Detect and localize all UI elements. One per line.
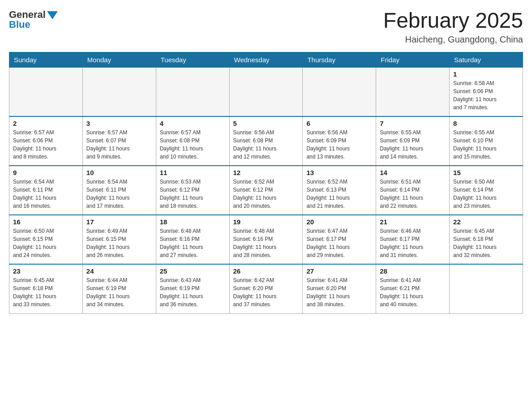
day-info: Sunrise: 6:48 AMSunset: 6:16 PMDaylight:… (160, 227, 226, 259)
table-row: 24Sunrise: 6:44 AMSunset: 6:19 PMDayligh… (82, 264, 156, 313)
calendar-week-row: 1Sunrise: 6:58 AMSunset: 6:06 PMDaylight… (9, 67, 523, 116)
day-number: 21 (380, 218, 446, 226)
header-wednesday: Wednesday (229, 52, 303, 67)
calendar-week-row: 16Sunrise: 6:50 AMSunset: 6:15 PMDayligh… (9, 215, 523, 264)
day-number: 7 (380, 120, 446, 127)
day-number: 6 (306, 120, 372, 127)
table-row: 19Sunrise: 6:48 AMSunset: 6:16 PMDayligh… (229, 215, 303, 264)
table-row (376, 67, 450, 116)
day-info: Sunrise: 6:47 AMSunset: 6:17 PMDaylight:… (306, 227, 372, 259)
calendar-table: Sunday Monday Tuesday Wednesday Thursday… (9, 52, 523, 314)
day-number: 16 (13, 218, 79, 226)
calendar-week-row: 2Sunrise: 6:57 AMSunset: 6:06 PMDaylight… (9, 116, 523, 166)
day-info: Sunrise: 6:57 AMSunset: 6:07 PMDaylight:… (86, 128, 152, 161)
table-row: 7Sunrise: 6:55 AMSunset: 6:09 PMDaylight… (376, 116, 450, 166)
day-number: 27 (306, 267, 372, 275)
day-info: Sunrise: 6:50 AMSunset: 6:15 PMDaylight:… (13, 227, 79, 259)
day-info: Sunrise: 6:55 AMSunset: 6:09 PMDaylight:… (380, 128, 446, 161)
calendar-week-row: 9Sunrise: 6:54 AMSunset: 6:11 PMDaylight… (9, 166, 523, 215)
day-info: Sunrise: 6:53 AMSunset: 6:12 PMDaylight:… (160, 178, 226, 210)
day-number: 25 (160, 267, 226, 275)
day-info: Sunrise: 6:58 AMSunset: 6:06 PMDaylight:… (453, 79, 519, 111)
table-row: 4Sunrise: 6:57 AMSunset: 6:08 PMDaylight… (156, 116, 229, 166)
table-row: 21Sunrise: 6:46 AMSunset: 6:17 PMDayligh… (376, 215, 450, 264)
day-number: 20 (306, 218, 372, 226)
table-row: 2Sunrise: 6:57 AMSunset: 6:06 PMDaylight… (9, 116, 83, 166)
day-number: 26 (233, 267, 299, 275)
subtitle: Haicheng, Guangdong, China (383, 34, 523, 45)
day-number: 24 (86, 267, 152, 275)
title-section: February 2025 Haicheng, Guangdong, China (383, 9, 523, 45)
table-row (229, 67, 303, 116)
day-info: Sunrise: 6:51 AMSunset: 6:14 PMDaylight:… (380, 178, 446, 210)
day-info: Sunrise: 6:41 AMSunset: 6:20 PMDaylight:… (306, 276, 372, 308)
day-info: Sunrise: 6:42 AMSunset: 6:20 PMDaylight:… (233, 276, 299, 308)
table-row: 18Sunrise: 6:48 AMSunset: 6:16 PMDayligh… (156, 215, 229, 264)
day-number: 15 (453, 169, 519, 176)
day-number: 3 (86, 120, 152, 127)
table-row: 26Sunrise: 6:42 AMSunset: 6:20 PMDayligh… (229, 264, 303, 313)
table-row: 10Sunrise: 6:54 AMSunset: 6:11 PMDayligh… (82, 166, 156, 215)
day-number: 1 (453, 70, 519, 78)
header-tuesday: Tuesday (156, 52, 229, 67)
day-number: 22 (453, 218, 519, 226)
day-info: Sunrise: 6:43 AMSunset: 6:19 PMDaylight:… (160, 276, 226, 308)
day-info: Sunrise: 6:56 AMSunset: 6:08 PMDaylight:… (233, 128, 299, 161)
table-row: 11Sunrise: 6:53 AMSunset: 6:12 PMDayligh… (156, 166, 229, 215)
logo: General Blue (9, 9, 58, 30)
table-row: 9Sunrise: 6:54 AMSunset: 6:11 PMDaylight… (9, 166, 83, 215)
header-monday: Monday (82, 52, 156, 67)
table-row (156, 67, 229, 116)
table-row: 20Sunrise: 6:47 AMSunset: 6:17 PMDayligh… (303, 215, 376, 264)
day-number: 2 (13, 120, 79, 127)
day-number: 18 (160, 218, 226, 226)
table-row: 17Sunrise: 6:49 AMSunset: 6:15 PMDayligh… (82, 215, 156, 264)
day-number: 19 (233, 218, 299, 226)
day-number: 23 (13, 267, 79, 275)
table-row: 1Sunrise: 6:58 AMSunset: 6:06 PMDaylight… (450, 67, 523, 116)
page-header: General Blue February 2025 Haicheng, Gua… (9, 9, 523, 45)
day-number: 8 (453, 120, 519, 127)
day-info: Sunrise: 6:44 AMSunset: 6:19 PMDaylight:… (86, 276, 152, 308)
table-row: 25Sunrise: 6:43 AMSunset: 6:19 PMDayligh… (156, 264, 229, 313)
header-friday: Friday (376, 52, 450, 67)
day-info: Sunrise: 6:55 AMSunset: 6:10 PMDaylight:… (453, 128, 519, 161)
day-info: Sunrise: 6:41 AMSunset: 6:21 PMDaylight:… (380, 276, 446, 308)
day-info: Sunrise: 6:45 AMSunset: 6:18 PMDaylight:… (13, 276, 79, 308)
header-thursday: Thursday (303, 52, 376, 67)
logo-arrow-icon (47, 11, 58, 19)
table-row: 12Sunrise: 6:52 AMSunset: 6:12 PMDayligh… (229, 166, 303, 215)
day-info: Sunrise: 6:46 AMSunset: 6:17 PMDaylight:… (380, 227, 446, 259)
table-row: 14Sunrise: 6:51 AMSunset: 6:14 PMDayligh… (376, 166, 450, 215)
table-row: 15Sunrise: 6:50 AMSunset: 6:14 PMDayligh… (450, 166, 523, 215)
header-sunday: Sunday (9, 52, 83, 67)
day-number: 10 (86, 169, 152, 176)
calendar-header-row: Sunday Monday Tuesday Wednesday Thursday… (9, 52, 523, 67)
day-info: Sunrise: 6:45 AMSunset: 6:18 PMDaylight:… (453, 227, 519, 259)
table-row: 16Sunrise: 6:50 AMSunset: 6:15 PMDayligh… (9, 215, 83, 264)
day-number: 12 (233, 169, 299, 176)
table-row (303, 67, 376, 116)
logo-blue: Blue (9, 19, 30, 30)
day-info: Sunrise: 6:54 AMSunset: 6:11 PMDaylight:… (13, 178, 79, 210)
day-info: Sunrise: 6:52 AMSunset: 6:12 PMDaylight:… (233, 178, 299, 210)
table-row (9, 67, 83, 116)
table-row: 6Sunrise: 6:56 AMSunset: 6:09 PMDaylight… (303, 116, 376, 166)
table-row (450, 264, 523, 313)
day-number: 17 (86, 218, 152, 226)
day-number: 5 (233, 120, 299, 127)
day-info: Sunrise: 6:56 AMSunset: 6:09 PMDaylight:… (306, 128, 372, 161)
table-row (82, 67, 156, 116)
day-info: Sunrise: 6:50 AMSunset: 6:14 PMDaylight:… (453, 178, 519, 210)
table-row: 5Sunrise: 6:56 AMSunset: 6:08 PMDaylight… (229, 116, 303, 166)
table-row: 22Sunrise: 6:45 AMSunset: 6:18 PMDayligh… (450, 215, 523, 264)
day-info: Sunrise: 6:54 AMSunset: 6:11 PMDaylight:… (86, 178, 152, 210)
main-title: February 2025 (383, 9, 523, 33)
table-row: 23Sunrise: 6:45 AMSunset: 6:18 PMDayligh… (9, 264, 83, 313)
table-row: 8Sunrise: 6:55 AMSunset: 6:10 PMDaylight… (450, 116, 523, 166)
day-number: 28 (380, 267, 446, 275)
table-row: 28Sunrise: 6:41 AMSunset: 6:21 PMDayligh… (376, 264, 450, 313)
table-row: 3Sunrise: 6:57 AMSunset: 6:07 PMDaylight… (82, 116, 156, 166)
day-info: Sunrise: 6:48 AMSunset: 6:16 PMDaylight:… (233, 227, 299, 259)
day-number: 14 (380, 169, 446, 176)
